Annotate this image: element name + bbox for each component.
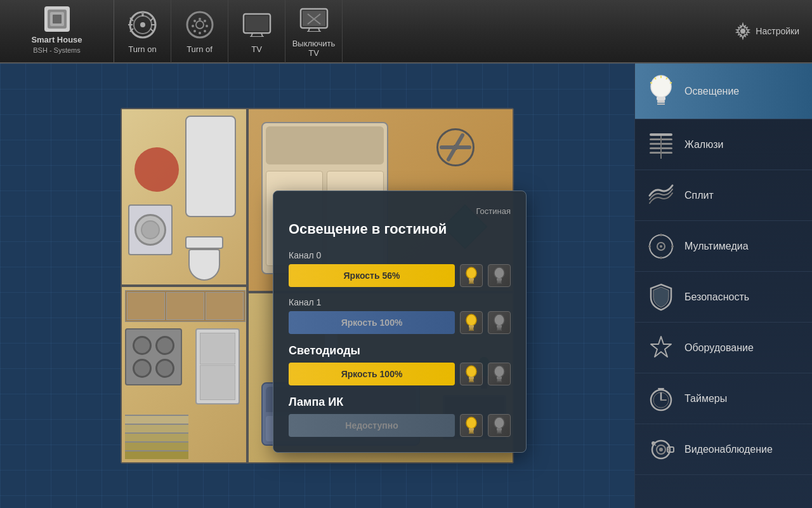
svg-point-65 (494, 417, 504, 429)
tv-icon (241, 9, 273, 41)
svg-rect-71 (657, 100, 665, 103)
sidebar-timers-label: Таймеры (684, 393, 727, 404)
channel-0-lamp-off[interactable] (488, 264, 511, 287)
channel-1-lamp-on[interactable] (460, 311, 483, 334)
sidebar-item-cctv[interactable]: Видеонаблюдение (635, 424, 812, 475)
svg-rect-47 (469, 328, 474, 330)
channel-1-label: Канал 1 (289, 297, 511, 307)
main-content: Гостиная Освещение в гостиной Канал 0 Яр… (0, 64, 812, 508)
svg-point-53 (466, 366, 476, 377)
svg-rect-78 (650, 133, 672, 136)
channel-1-row: Яркость 100% (289, 311, 511, 334)
tv-off-button[interactable]: Выключить TV (285, 0, 343, 63)
svg-point-89 (648, 245, 651, 248)
svg-point-90 (671, 245, 674, 248)
svg-line-7 (150, 18, 154, 21)
svg-point-18 (206, 25, 208, 27)
channel-0-text: Яркость 56% (344, 271, 400, 281)
sidebar-item-lighting[interactable]: Освещение (635, 64, 812, 119)
svg-rect-46 (469, 325, 474, 328)
channel-1-text: Яркость 100% (341, 318, 403, 328)
svg-point-100 (659, 448, 663, 451)
split-icon (645, 180, 677, 211)
svg-point-87 (660, 234, 662, 236)
channel-0-label: Канал 0 (289, 250, 511, 260)
channel-0-bar[interactable]: Яркость 56% (289, 264, 455, 287)
sidebar-item-blinds[interactable]: Жалюзи (635, 119, 812, 170)
channel-1-lamp-off[interactable] (488, 311, 511, 334)
leds-lamp-on[interactable] (460, 363, 483, 385)
leds-lamp-off[interactable] (488, 363, 511, 385)
tv-off-icon (298, 4, 330, 35)
settings-button[interactable]: Настройки (734, 22, 799, 40)
svg-marker-91 (651, 337, 671, 357)
sidebar-item-multimedia[interactable]: Мультимедиа (635, 221, 812, 272)
svg-point-36 (740, 29, 745, 34)
channel-1-bar[interactable]: Яркость 100% (289, 311, 455, 334)
svg-point-88 (660, 257, 662, 259)
lamp-ir-off[interactable] (488, 414, 511, 437)
svg-rect-50 (497, 325, 502, 328)
modal-room: Гостиная (289, 206, 511, 216)
turn-on-button[interactable]: Turn on (114, 0, 171, 63)
multimedia-icon (645, 231, 677, 262)
sidebar-item-equipment[interactable]: Оборудование (635, 323, 812, 373)
logo-area: Smart House BSH - Systems (0, 0, 114, 63)
svg-point-49 (494, 314, 504, 326)
svg-point-15 (196, 21, 204, 29)
svg-rect-38 (469, 278, 474, 281)
sidebar-blinds-label: Жалюзи (684, 139, 723, 150)
lighting-modal: Гостиная Освещение в гостиной Канал 0 Яр… (273, 190, 527, 453)
floorplan-area: Гостиная Освещение в гостиной Канал 0 Яр… (0, 64, 634, 508)
sidebar-lighting-label: Освещение (684, 86, 739, 97)
sidebar-item-security[interactable]: Безопасность (635, 272, 812, 323)
svg-rect-66 (497, 428, 502, 431)
cctv-icon (645, 434, 677, 465)
leds-bar[interactable]: Яркость 100% (289, 363, 455, 385)
lamp-ir-title: Лампа ИК (289, 396, 511, 409)
svg-rect-55 (469, 379, 474, 381)
turn-off-button[interactable]: Turn of (171, 0, 228, 63)
svg-point-19 (204, 30, 206, 32)
svg-rect-58 (497, 377, 502, 379)
svg-rect-2 (53, 15, 62, 23)
tv-off-label: Выключить TV (291, 39, 337, 58)
svg-line-77 (650, 83, 652, 83)
tv-button[interactable]: TV (228, 0, 285, 63)
sidebar-split-label: Сплит (684, 190, 714, 201)
svg-point-57 (494, 366, 504, 377)
svg-rect-70 (657, 97, 665, 100)
blinds-icon (645, 129, 677, 161)
svg-point-22 (192, 25, 194, 27)
svg-rect-63 (469, 431, 474, 432)
svg-rect-59 (497, 379, 502, 381)
svg-point-45 (466, 314, 476, 326)
svg-rect-54 (469, 377, 474, 379)
lamp-ir-row: Недоступно (289, 414, 511, 437)
sidebar-item-timers[interactable]: Таймеры (635, 373, 812, 424)
svg-line-75 (670, 83, 672, 83)
sidebar-item-split[interactable]: Сплит (635, 170, 812, 221)
channel-0-row: Яркость 56% (289, 264, 511, 287)
settings-label: Настройки (756, 26, 799, 36)
svg-point-86 (660, 245, 662, 248)
logo-text: Smart House BSH - Systems (31, 34, 82, 56)
tv-label: TV (251, 44, 262, 54)
equipment-icon (645, 332, 677, 364)
channel-1-section: Канал 1 Яркость 100% (289, 297, 511, 334)
toolbar: Smart House BSH - Systems Turn on (0, 0, 812, 64)
svg-rect-51 (497, 328, 502, 330)
svg-rect-25 (246, 16, 268, 31)
sidebar-multimedia-label: Мультимедиа (684, 241, 749, 252)
leds-title: Светодиоды (289, 344, 511, 358)
channel-0-lamp-on[interactable] (460, 264, 483, 287)
svg-point-23 (193, 20, 196, 22)
lighting-icon (645, 76, 677, 107)
security-icon (645, 281, 677, 313)
svg-point-61 (466, 417, 476, 429)
lamp-ir-on[interactable] (460, 414, 483, 437)
lamp-ir-bar: Недоступно (289, 414, 455, 437)
svg-point-16 (199, 18, 201, 20)
modal-title: Освещение в гостиной (289, 221, 511, 237)
svg-rect-67 (497, 431, 502, 432)
